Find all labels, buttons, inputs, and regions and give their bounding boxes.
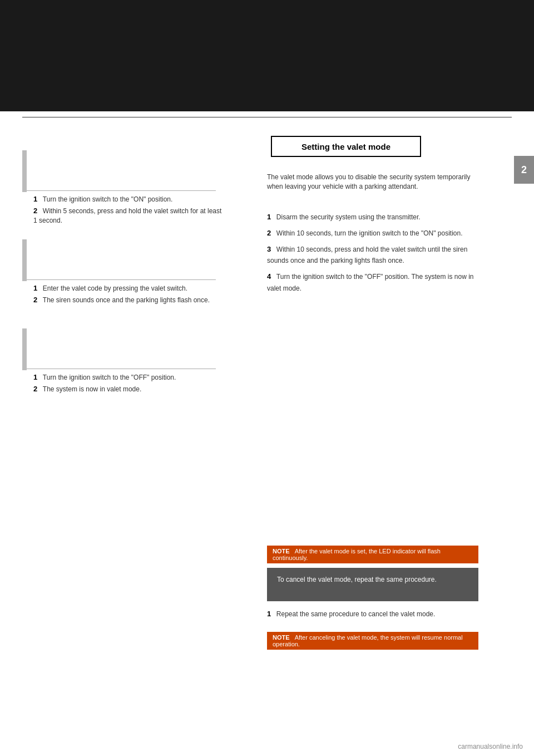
gray-bar-2 <box>22 239 27 281</box>
info-box: To cancel the valet mode, repeat the sam… <box>267 568 478 601</box>
cancel-step1-text: Repeat the same procedure to cancel the … <box>276 610 436 618</box>
right-step3-text: Within 10 seconds, press and hold the va… <box>267 246 467 265</box>
block2-step1: 1 Enter the valet code by pressing the v… <box>33 284 210 293</box>
right-step4-text: Turn the ignition switch to the "OFF" po… <box>267 273 474 292</box>
right-intro-text: The valet mode allows you to disable the… <box>267 173 471 190</box>
section-line-3 <box>27 369 216 369</box>
right-steps: 1 Disarm the security system using the t… <box>267 212 478 299</box>
block1-step1: 1 Turn the ignition switch to the "ON" p… <box>33 195 222 204</box>
block3-steps: 1 Turn the ignition switch to the "OFF" … <box>33 373 176 394</box>
block3-step1-label: 1 <box>33 373 37 381</box>
section-title-text: Setting the valet mode <box>301 142 390 151</box>
right-step4-label: 4 <box>267 272 271 281</box>
watermark-text: carmanualsonline.info <box>458 743 523 750</box>
section-line-2 <box>27 279 216 280</box>
block2-step2: 2 The siren sounds once and the parking … <box>33 296 210 305</box>
right-step4: 4 Turn the ignition switch to the "OFF" … <box>267 271 478 294</box>
block2-step2-text: The siren sounds once and the parking li… <box>43 296 210 304</box>
block2-steps: 1 Enter the valet code by pressing the v… <box>33 284 210 305</box>
block2-step2-label: 2 <box>33 296 37 304</box>
right-intro: The valet mode allows you to disable the… <box>267 173 478 192</box>
block1-steps: 1 Turn the ignition switch to the "ON" p… <box>33 195 222 225</box>
note2-label: NOTE <box>273 634 290 641</box>
block2-step1-label: 1 <box>33 284 37 292</box>
block1-step2: 2 Within 5 seconds, press and hold the v… <box>33 207 222 225</box>
chapter-tab: 2 <box>514 156 534 184</box>
block1-step2-label: 2 <box>33 207 37 215</box>
note2-box: NOTE After canceling the valet mode, the… <box>267 632 478 650</box>
right-step3-label: 3 <box>267 245 271 253</box>
right-step2-text: Within 10 seconds, turn the ignition swi… <box>276 229 463 237</box>
cancel-step1-label: 1 <box>267 610 271 618</box>
right-step1-label: 1 <box>267 213 271 221</box>
note2-text: After canceling the valet mode, the syst… <box>273 634 463 647</box>
top-dark-area <box>0 0 534 111</box>
block1-step1-text: Turn the ignition switch to the "ON" pos… <box>43 195 173 203</box>
right-step2: 2 Within 10 seconds, turn the ignition s… <box>267 228 478 239</box>
chapter-number: 2 <box>521 164 527 176</box>
watermark: carmanualsonline.info <box>458 743 523 750</box>
gray-bar-3 <box>22 328 27 370</box>
right-step1-text: Disarm the security system using the tra… <box>276 213 421 221</box>
block1-step2-text: Within 5 seconds, press and hold the val… <box>33 207 221 224</box>
section-title-box: Setting the valet mode <box>271 136 421 157</box>
page-container: Setting the valet mode 2 1 Turn the igni… <box>0 0 534 756</box>
info-box-text: To cancel the valet mode, repeat the sam… <box>277 576 437 583</box>
block1-step1-label: 1 <box>33 195 37 203</box>
cancel-step-block: 1 Repeat the same procedure to cancel th… <box>267 610 478 619</box>
right-step3: 3 Within 10 seconds, press and hold the … <box>267 244 478 267</box>
note1-text: After the valet mode is set, the LED ind… <box>273 548 441 561</box>
block3-step2: 2 The system is now in valet mode. <box>33 385 176 394</box>
block3-step2-label: 2 <box>33 385 37 393</box>
section-line-1 <box>27 190 216 191</box>
right-step2-label: 2 <box>267 229 271 237</box>
note1-label: NOTE <box>273 548 290 554</box>
gray-bar-1 <box>22 150 27 192</box>
block3-step1: 1 Turn the ignition switch to the "OFF" … <box>33 373 176 382</box>
note1-box: NOTE After the valet mode is set, the LE… <box>267 546 478 563</box>
top-rule <box>22 117 512 117</box>
block3-step1-text: Turn the ignition switch to the "OFF" po… <box>43 374 176 381</box>
right-step1: 1 Disarm the security system using the t… <box>267 212 478 223</box>
block2-step1-text: Enter the valet code by pressing the val… <box>43 284 187 292</box>
block3-step2-text: The system is now in valet mode. <box>43 385 141 393</box>
